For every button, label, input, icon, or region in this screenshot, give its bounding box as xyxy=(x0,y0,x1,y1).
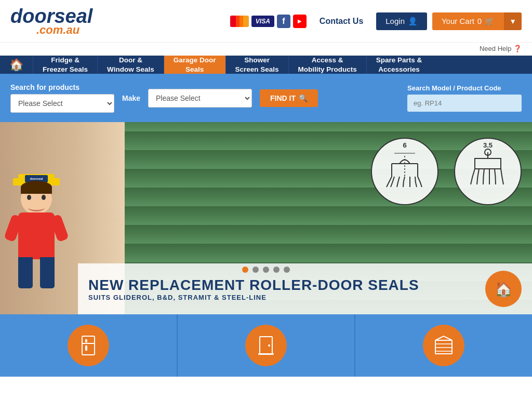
banner-text: NEW REPLACEMENT ROLLER-DOOR SEALS SUITS … xyxy=(88,277,419,301)
search-icon: 🔍 xyxy=(299,94,308,102)
find-button[interactable]: FIND IT 🔍 xyxy=(260,89,318,107)
mascot-body xyxy=(18,212,55,259)
payment-icons: VISA f ▶ xyxy=(230,15,307,28)
carousel-dot-2[interactable] xyxy=(252,267,259,273)
svg-rect-14 xyxy=(435,340,452,354)
banner-overlay: NEW REPLACEMENT ROLLER-DOOR SEALS SUITS … xyxy=(78,263,532,314)
mastercard-icon xyxy=(230,16,249,27)
svg-rect-9 xyxy=(85,339,87,342)
banner-subtitle: SUITS GLIDEROL, B&D, STRAMIT & STEEL-LIN… xyxy=(88,294,419,301)
svg-rect-10 xyxy=(85,345,87,351)
search-bar: Search for products Please Select Make P… xyxy=(0,74,532,122)
nav-item-access[interactable]: Access &Mobility Products xyxy=(288,56,366,74)
cart-count: 0 xyxy=(477,17,482,25)
banner-icon: 🏠 xyxy=(485,271,522,307)
search-label: Search for products xyxy=(10,83,114,91)
carousel-dot-1[interactable] xyxy=(242,267,248,273)
bottom-garage-icon xyxy=(423,325,464,366)
diagram-svg-2 xyxy=(464,148,511,195)
login-button[interactable]: Login 👤 xyxy=(376,12,427,30)
carousel-dot-5[interactable] xyxy=(284,267,290,273)
mascot-leg-right xyxy=(40,257,55,288)
diagram-circle-2: 3.5 xyxy=(454,138,522,205)
header-right: VISA f ▶ Contact Us Login 👤 Your Cart 0 … xyxy=(230,12,522,30)
cart-group: Your Cart 0 🛒 ▼ xyxy=(432,12,522,30)
home-icon: 🏠 xyxy=(9,58,23,72)
person-icon: 👤 xyxy=(408,17,418,26)
nav-home-button[interactable]: 🏠 xyxy=(0,56,33,74)
visa-icon: VISA xyxy=(251,16,274,27)
nav-item-shower[interactable]: ShowerScreen Seals xyxy=(225,56,288,74)
bottom-fridge-icon xyxy=(68,325,109,366)
bottom-garage-item[interactable] xyxy=(355,314,532,377)
facebook-icon[interactable]: f xyxy=(277,15,290,28)
cart-icon: 🛒 xyxy=(485,17,495,26)
model-search-section: Search Model / Product Code xyxy=(407,84,522,112)
cart-dropdown-button[interactable]: ▼ xyxy=(504,12,522,30)
mascot-leg-left xyxy=(18,257,33,288)
cart-button[interactable]: Your Cart 0 🛒 xyxy=(432,12,504,30)
diagram-area: 6 3.5 xyxy=(371,138,522,205)
model-search-label: Search Model / Product Code xyxy=(407,84,522,92)
model-search-input[interactable] xyxy=(407,95,522,112)
bottom-door-icon xyxy=(245,325,287,366)
bottom-category-icons xyxy=(0,314,532,377)
mascot: doorseal xyxy=(5,169,68,294)
roller-door-icon: 🏠 xyxy=(495,281,513,298)
svg-rect-13 xyxy=(258,353,274,355)
carousel-dots xyxy=(242,267,290,273)
diagram-circle-1: 6 xyxy=(371,138,438,205)
svg-rect-5 xyxy=(475,158,501,169)
carousel-dot-3[interactable] xyxy=(263,267,269,273)
diagram-svg-1 xyxy=(381,148,428,195)
nav-item-spare[interactable]: Spare Parts &Accessories xyxy=(366,56,432,74)
bottom-door-item[interactable] xyxy=(178,314,355,377)
search-product-group: Search for products Please Select xyxy=(10,83,114,113)
make-select[interactable]: Please Select xyxy=(148,89,252,108)
banner-title: NEW REPLACEMENT ROLLER-DOOR SEALS xyxy=(88,277,419,294)
svg-point-12 xyxy=(268,344,270,347)
svg-rect-7 xyxy=(82,336,95,355)
help-icon: ❓ xyxy=(513,45,522,52)
nav-item-door-window[interactable]: Door &Window Seals xyxy=(97,56,164,74)
svg-rect-11 xyxy=(260,337,272,354)
logo[interactable]: doorseal .com.au xyxy=(10,5,92,37)
nav-item-fridge[interactable]: Fridge &Freezer Seals xyxy=(33,56,97,74)
mascot-head xyxy=(21,183,52,215)
youtube-icon[interactable]: ▶ xyxy=(293,15,307,28)
nav-item-garage[interactable]: Garage DoorSeals xyxy=(164,56,225,74)
carousel-dot-4[interactable] xyxy=(273,267,280,273)
need-help-row: Need Help ❓ xyxy=(0,43,532,56)
bottom-fridge-item[interactable] xyxy=(0,314,178,377)
header: doorseal .com.au VISA f ▶ Contact Us Log… xyxy=(0,0,532,43)
hero-banner: doorseal 6 xyxy=(0,122,532,314)
make-label: Make xyxy=(122,94,140,102)
product-select[interactable]: Please Select xyxy=(10,94,114,113)
logo-com: .com.au xyxy=(10,23,92,37)
main-nav: 🏠 Fridge &Freezer Seals Door &Window Sea… xyxy=(0,56,532,74)
contact-us-link[interactable]: Contact Us xyxy=(312,17,371,26)
need-help-text[interactable]: Need Help ❓ xyxy=(480,45,522,52)
